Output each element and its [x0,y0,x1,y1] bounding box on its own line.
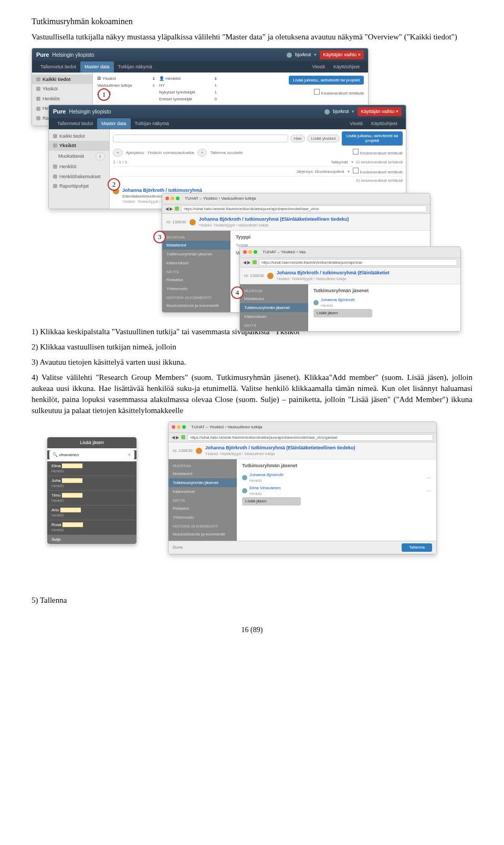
lock-icon [175,207,179,211]
report-icon [53,184,57,188]
editor-record-title: Johanna Björkroth / tutkimusryhmä (Eläin… [199,216,426,223]
step-2-text: 2) Klikkaa vastuullisen tutkijan nimeä, … [32,342,472,353]
record-icon [267,273,274,279]
filter-timespan[interactable]: Ajanjakso [126,150,144,156]
avatar-icon [242,475,247,480]
member-search-input[interactable]: 🔍 vihavainen ✕ [49,450,134,459]
members-heading: Tutkimusryhmän jäsenet [313,287,455,294]
sidebar-item-units-active[interactable]: Yksiköt [49,141,109,151]
done-button[interactable]: Done [173,544,183,550]
avatar-icon [313,300,319,305]
tab-messages[interactable]: Viestit [346,118,367,129]
close-button[interactable]: Sulje [47,535,136,544]
tab-messages[interactable]: Viestit [308,61,329,73]
add-content-button[interactable]: Lisää julkaisu, aktiviteetti tai projekt… [289,76,364,85]
url-bar-3[interactable]: https://tuhat.halvi.helsinki.fi/admin/ed… [187,434,433,441]
tab-master-data[interactable]: Master data [97,118,131,129]
tab-saved[interactable]: Tallennetut tiedot [53,118,97,129]
switch-user-button[interactable]: Käyttäjän vaihto × [358,107,402,116]
save-filter-link[interactable]: Tallenna suodatin [210,150,243,156]
editor-tab-relations[interactable]: Relaatiot [162,275,230,284]
member-row: Elina VihavainenHenkilö — [242,484,431,497]
tab-saved[interactable]: Tallennetut tiedot [36,61,80,73]
sidebar-item-units[interactable]: Yksiköt [32,84,92,94]
remove-icon[interactable]: — [427,488,431,493]
editor-tab-metadata[interactable]: Metatiedot [240,294,308,303]
switch-user-button[interactable]: Käyttäjän vaihto × [320,50,364,59]
search-title: Lisää jäsen [47,437,136,448]
pure-topbar: Pure Helsingin yliopisto bjorkrot ▾ Käyt… [32,48,368,61]
editor-tab-translations[interactable]: Käännökset [240,312,308,321]
sidebar-item-all[interactable]: Kaikki tiedot [32,75,92,85]
university-name: Helsingin yliopisto [52,51,94,59]
editor-sidebar-2: MUOKKAA Metatiedot Tutkimusryhmän jäsene… [240,284,308,331]
url-bar-2[interactable]: https://tuhat.halvi.helsinki.fi/admin/ed… [259,259,457,266]
editor-tab-summary[interactable]: Yhteenveto [162,284,230,293]
record-link[interactable]: Johanna Björkroth / tutkimusryhmä [122,187,202,194]
sort-dropdown[interactable]: Järjestys: Muokkauspäivä [296,169,344,174]
lock-icon [181,435,185,439]
record-icon [196,448,202,454]
filter-add[interactable]: + [113,149,123,157]
search-result-item[interactable]: Juha VihavainenHenkilö [47,476,136,491]
editor-tab-relations[interactable]: Relaatiot [169,504,237,513]
sidebar-item-person-applications[interactable]: Henkilöhakemukset [49,172,109,182]
building-icon [36,87,40,91]
paging: 1 - 1 / 1 [113,159,127,165]
filter-affiliation[interactable]: Yksikön voimassaoloaika [147,150,194,156]
editor-tab-metadata[interactable]: Metatiedot [169,469,237,478]
editor-tab-members-active[interactable]: Tutkimusryhmän jäsenet [169,478,237,487]
editor-tab-metadata[interactable]: Metatiedot [162,241,230,250]
grid-icon [36,77,40,81]
filter-add2[interactable]: + [197,149,207,157]
step-4-text: 4) Valitse välilehti "Research Group Mem… [32,372,472,416]
editor-tab-history[interactable]: Muutoshistoria ja kommentit [169,530,237,539]
tab-master-data[interactable]: Master data [80,61,114,73]
task-icon [353,149,359,154]
tab-help[interactable]: Käyttöohjeet [367,118,402,129]
add-content-button-2[interactable]: Lisää julkaisu, aktiviteetti tai projekt… [342,131,403,146]
sidebar-item-all[interactable]: Kaikki tiedot [49,131,109,141]
add-member-button[interactable]: Lisää jäsen [313,309,372,317]
views-dropdown[interactable]: Näkymät [331,159,348,165]
screenshot-stack-2: Lisää jäsen 🔍 vihavainen ✕ Elina Vihavai… [32,421,472,584]
tab-researcher[interactable]: Tutkijan näkymä [131,118,173,129]
search-result-item[interactable]: Arto VihavainenHenkilö [47,506,136,520]
add-unit-button[interactable]: Lisää yksikkö [307,135,340,142]
sidebar-item-reports[interactable]: Raporttipohjat [49,181,109,191]
sidebar-item-persons[interactable]: Henkilöt [49,162,109,172]
save-button[interactable]: Tallenna [402,543,432,552]
username: bjorkrot [295,51,311,58]
search-result-item[interactable]: Rosa VihavainenHenkilö [47,520,136,535]
editor-tab-translations[interactable]: Käännökset [162,259,230,267]
task-icon [314,89,320,95]
search-result-item[interactable]: Elina VihavainenHenkilö [47,461,136,476]
search-button[interactable]: Hae [290,135,306,142]
browser-tab-title-3: TUHAT – Yksikkö › Vastuullinen tutkija [188,423,265,431]
sidebar-item-persons[interactable]: Henkilöt [32,94,92,104]
editor-tab-history[interactable]: Muutoshistoria ja kommentit [162,301,230,310]
pure-topbar-2: Pure Helsingin yliopisto bjorkrot ▾ Käyt… [49,105,406,118]
section-heading: Tutkimusryhmän kokoaminen [32,16,472,27]
remove-icon[interactable]: — [427,475,431,480]
editor-tab-summary[interactable]: Yhteenveto [169,513,237,522]
person-icon [53,164,57,169]
search-result-item[interactable]: Timo VihavainenHenkilö [47,491,136,506]
editor-tab-translations[interactable]: Käännökset [169,487,237,496]
editor-tab-members-active[interactable]: Tutkimusryhmän jäsenet [240,303,308,312]
user-icon [287,53,292,58]
screenshot-stack-1: Pure Helsingin yliopisto bjorkrot ▾ Käyt… [32,48,472,316]
add-member-button[interactable]: Lisää jäsen [242,497,301,505]
editor-tab-members[interactable]: Tutkimusryhmän jäsenet [162,250,230,259]
tab-help[interactable]: Käyttöohjeet [329,61,364,73]
search-input[interactable] [113,135,288,142]
task-icon [353,168,359,173]
intro-paragraph: Vastuullisella tutkijalla näkyy mustassa… [32,32,472,43]
url-bar[interactable]: https://tuhat.halvi.helsinki.fi/admin/ed… [181,205,427,213]
sidebar-item-editable[interactable]: Muokattavat1 [49,151,109,162]
clear-icon[interactable]: ✕ [128,452,131,458]
grid-icon [53,134,57,138]
page-number: 16 (89) [32,625,472,635]
tab-researcher[interactable]: Tutkijan näkymä [114,61,156,73]
doc-icon [36,107,40,111]
